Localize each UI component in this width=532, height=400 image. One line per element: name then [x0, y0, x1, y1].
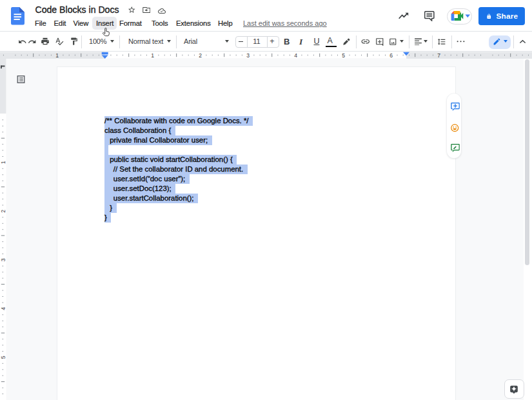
svg-text:5: 5: [342, 52, 345, 58]
svg-text:1: 1: [55, 52, 59, 58]
svg-text:3: 3: [0, 258, 6, 261]
svg-text:1: 1: [151, 52, 154, 58]
svg-text:4: 4: [0, 307, 6, 310]
svg-text:6: 6: [389, 52, 393, 58]
svg-text:5: 5: [0, 355, 6, 359]
svg-text:3: 3: [246, 52, 250, 58]
svg-text:2: 2: [199, 52, 202, 58]
svg-text:4: 4: [294, 52, 297, 58]
svg-text:7: 7: [437, 52, 440, 58]
svg-text:1: 1: [0, 161, 6, 164]
svg-text:2: 2: [0, 210, 6, 213]
